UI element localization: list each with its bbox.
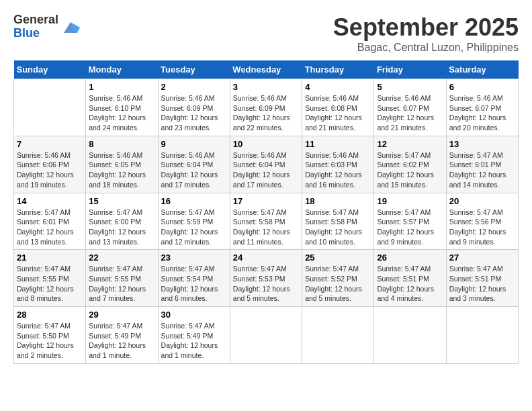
calendar-cell [302, 307, 374, 364]
logo: General Blue [13, 13, 80, 40]
calendar-cell: 19Sunrise: 5:47 AMSunset: 5:57 PMDayligh… [374, 193, 446, 250]
weekday-header-sunday: Sunday [14, 60, 86, 79]
weekday-header-monday: Monday [86, 60, 158, 79]
day-number: 27 [449, 253, 515, 263]
day-number: 14 [17, 196, 83, 206]
calendar-cell: 8Sunrise: 5:46 AMSunset: 6:05 PMDaylight… [86, 136, 158, 193]
weekday-header-wednesday: Wednesday [230, 60, 302, 79]
cell-info: Sunrise: 5:47 AMSunset: 5:51 PMDaylight:… [377, 264, 443, 304]
month-title: September 2025 [333, 13, 519, 42]
cell-info: Sunrise: 5:46 AMSunset: 6:09 PMDaylight:… [233, 93, 299, 133]
cell-info: Sunrise: 5:47 AMSunset: 5:55 PMDaylight:… [17, 264, 83, 304]
cell-info: Sunrise: 5:46 AMSunset: 6:06 PMDaylight:… [17, 150, 83, 190]
calendar-cell [14, 79, 86, 136]
cell-info: Sunrise: 5:47 AMSunset: 5:56 PMDaylight:… [449, 208, 515, 247]
cell-info: Sunrise: 5:46 AMSunset: 6:07 PMDaylight:… [449, 93, 515, 133]
page-header: General Blue September 2025 Bagac, Centr… [13, 13, 519, 54]
day-number: 15 [89, 196, 154, 206]
cell-info: Sunrise: 5:46 AMSunset: 6:03 PMDaylight:… [305, 150, 371, 190]
cell-info: Sunrise: 5:47 AMSunset: 5:54 PMDaylight:… [161, 264, 227, 304]
day-number: 29 [89, 310, 154, 320]
cell-info: Sunrise: 5:47 AMSunset: 5:53 PMDaylight:… [233, 264, 299, 304]
cell-info: Sunrise: 5:47 AMSunset: 5:57 PMDaylight:… [377, 208, 443, 247]
day-number: 22 [89, 253, 154, 263]
calendar-cell: 6Sunrise: 5:46 AMSunset: 6:07 PMDaylight… [446, 79, 518, 136]
calendar-cell: 9Sunrise: 5:46 AMSunset: 6:04 PMDaylight… [158, 136, 230, 193]
calendar-cell: 12Sunrise: 5:47 AMSunset: 6:02 PMDayligh… [374, 136, 446, 193]
calendar-cell: 3Sunrise: 5:46 AMSunset: 6:09 PMDaylight… [230, 79, 302, 136]
calendar-cell: 7Sunrise: 5:46 AMSunset: 6:06 PMDaylight… [14, 136, 86, 193]
logo-icon [61, 19, 80, 34]
day-number: 18 [305, 196, 371, 206]
weekday-header-saturday: Saturday [446, 60, 518, 79]
day-number: 24 [233, 253, 299, 263]
calendar-table: SundayMondayTuesdayWednesdayThursdayFrid… [13, 60, 519, 364]
calendar-cell: 4Sunrise: 5:46 AMSunset: 6:08 PMDaylight… [302, 79, 374, 136]
cell-info: Sunrise: 5:47 AMSunset: 5:58 PMDaylight:… [233, 208, 299, 247]
logo-general: General [13, 13, 58, 27]
day-number: 23 [161, 253, 227, 263]
calendar-cell: 16Sunrise: 5:47 AMSunset: 5:59 PMDayligh… [158, 193, 230, 250]
day-number: 26 [377, 253, 443, 263]
day-number: 6 [449, 82, 515, 92]
cell-info: Sunrise: 5:47 AMSunset: 5:49 PMDaylight:… [161, 321, 227, 361]
day-number: 21 [17, 253, 83, 263]
calendar-cell: 17Sunrise: 5:47 AMSunset: 5:58 PMDayligh… [230, 193, 302, 250]
calendar-cell: 11Sunrise: 5:46 AMSunset: 6:03 PMDayligh… [302, 136, 374, 193]
calendar-cell: 22Sunrise: 5:47 AMSunset: 5:55 PMDayligh… [86, 250, 158, 307]
cell-info: Sunrise: 5:46 AMSunset: 6:08 PMDaylight:… [305, 93, 371, 133]
week-row-4: 21Sunrise: 5:47 AMSunset: 5:55 PMDayligh… [14, 250, 519, 307]
title-area: September 2025 Bagac, Central Luzon, Phi… [333, 13, 519, 54]
weekday-header-thursday: Thursday [302, 60, 374, 79]
cell-info: Sunrise: 5:47 AMSunset: 5:49 PMDaylight:… [89, 321, 154, 361]
cell-info: Sunrise: 5:46 AMSunset: 6:10 PMDaylight:… [89, 93, 154, 133]
calendar-cell: 10Sunrise: 5:46 AMSunset: 6:04 PMDayligh… [230, 136, 302, 193]
day-number: 1 [89, 82, 154, 92]
calendar-cell: 30Sunrise: 5:47 AMSunset: 5:49 PMDayligh… [158, 307, 230, 364]
logo-blue: Blue [13, 27, 58, 40]
calendar-cell: 2Sunrise: 5:46 AMSunset: 6:09 PMDaylight… [158, 79, 230, 136]
cell-info: Sunrise: 5:47 AMSunset: 5:55 PMDaylight:… [89, 264, 154, 304]
day-number: 25 [305, 253, 371, 263]
day-number: 16 [161, 196, 227, 206]
calendar-cell: 1Sunrise: 5:46 AMSunset: 6:10 PMDaylight… [86, 79, 158, 136]
calendar-cell: 27Sunrise: 5:47 AMSunset: 5:51 PMDayligh… [446, 250, 518, 307]
calendar-cell: 13Sunrise: 5:47 AMSunset: 6:01 PMDayligh… [446, 136, 518, 193]
calendar-cell: 29Sunrise: 5:47 AMSunset: 5:49 PMDayligh… [86, 307, 158, 364]
cell-info: Sunrise: 5:46 AMSunset: 6:09 PMDaylight:… [161, 93, 227, 133]
day-number: 7 [17, 139, 83, 149]
day-number: 12 [377, 139, 443, 149]
cell-info: Sunrise: 5:47 AMSunset: 6:00 PMDaylight:… [89, 208, 154, 247]
calendar-cell [446, 307, 518, 364]
calendar-cell: 21Sunrise: 5:47 AMSunset: 5:55 PMDayligh… [14, 250, 86, 307]
calendar-cell [230, 307, 302, 364]
day-number: 8 [89, 139, 154, 149]
week-row-5: 28Sunrise: 5:47 AMSunset: 5:50 PMDayligh… [14, 307, 519, 364]
calendar-cell: 15Sunrise: 5:47 AMSunset: 6:00 PMDayligh… [86, 193, 158, 250]
weekday-header-tuesday: Tuesday [158, 60, 230, 79]
calendar-cell: 24Sunrise: 5:47 AMSunset: 5:53 PMDayligh… [230, 250, 302, 307]
calendar-cell: 18Sunrise: 5:47 AMSunset: 5:58 PMDayligh… [302, 193, 374, 250]
calendar-cell: 25Sunrise: 5:47 AMSunset: 5:52 PMDayligh… [302, 250, 374, 307]
day-number: 19 [377, 196, 443, 206]
calendar-cell: 26Sunrise: 5:47 AMSunset: 5:51 PMDayligh… [374, 250, 446, 307]
weekday-header-friday: Friday [374, 60, 446, 79]
calendar-cell: 23Sunrise: 5:47 AMSunset: 5:54 PMDayligh… [158, 250, 230, 307]
day-number: 13 [449, 139, 515, 149]
day-number: 20 [449, 196, 515, 206]
cell-info: Sunrise: 5:47 AMSunset: 6:01 PMDaylight:… [449, 150, 515, 190]
cell-info: Sunrise: 5:47 AMSunset: 5:58 PMDaylight:… [305, 208, 371, 247]
day-number: 3 [233, 82, 299, 92]
calendar-cell: 20Sunrise: 5:47 AMSunset: 5:56 PMDayligh… [446, 193, 518, 250]
day-number: 2 [161, 82, 227, 92]
cell-info: Sunrise: 5:46 AMSunset: 6:07 PMDaylight:… [377, 93, 443, 133]
calendar-cell [374, 307, 446, 364]
calendar-cell: 28Sunrise: 5:47 AMSunset: 5:50 PMDayligh… [14, 307, 86, 364]
week-row-3: 14Sunrise: 5:47 AMSunset: 6:01 PMDayligh… [14, 193, 519, 250]
day-number: 11 [305, 139, 371, 149]
day-number: 9 [161, 139, 227, 149]
cell-info: Sunrise: 5:47 AMSunset: 5:59 PMDaylight:… [161, 208, 227, 247]
day-number: 30 [161, 310, 227, 320]
location-title: Bagac, Central Luzon, Philippines [333, 42, 519, 54]
cell-info: Sunrise: 5:47 AMSunset: 5:51 PMDaylight:… [449, 264, 515, 304]
